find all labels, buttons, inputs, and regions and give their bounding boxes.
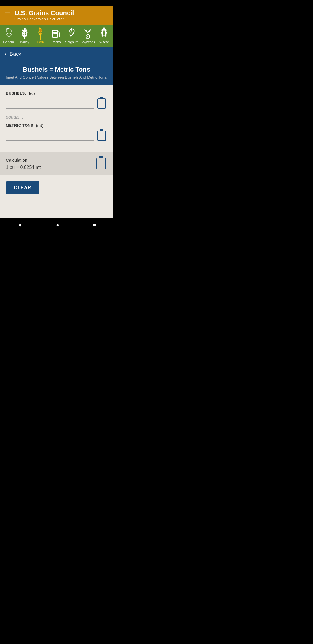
nav-item-general[interactable]: General [2, 27, 16, 44]
soybeans-icon [83, 27, 92, 40]
clipboard-icon-metric-tons [97, 131, 106, 141]
bushels-input[interactable] [6, 98, 94, 109]
svg-point-28 [70, 29, 71, 30]
equals-text: equals... [6, 115, 107, 120]
android-recent-button[interactable]: ■ [87, 219, 102, 231]
hamburger-menu-icon[interactable]: ☰ [5, 12, 10, 19]
svg-point-15 [39, 29, 40, 30]
back-chevron-icon: ‹ [5, 50, 7, 58]
svg-point-42 [103, 27, 105, 30]
svg-point-19 [41, 29, 42, 30]
nav-item-soybeans[interactable]: Soybeans [81, 27, 95, 44]
nav-item-ethanol[interactable]: Ethanol [49, 27, 63, 44]
corn-icon [37, 27, 44, 40]
calculation-section: Calculation: 1 bu = 0.0254 mt [0, 152, 113, 175]
content-area: BUSHELS: (bu) equals... METRIC TONS: (mt… [0, 85, 113, 147]
app-subtitle: Grains Conversion Calculator [14, 17, 74, 21]
nav-item-corn[interactable]: Corn [34, 27, 47, 44]
nav-item-wheat[interactable]: Wheat [97, 27, 111, 44]
nav-label-general: General [3, 40, 14, 44]
calc-value: 1 bu = 0.0254 mt [6, 165, 41, 170]
nav-bar: General Barley [0, 25, 113, 47]
clipboard-icon-bushels [97, 98, 106, 109]
bushels-clipboard-button[interactable] [96, 97, 107, 110]
nav-label-sorghum: Sorghum [65, 40, 78, 44]
general-icon [4, 27, 14, 40]
svg-point-13 [40, 31, 41, 32]
nav-label-barley: Barley [20, 40, 29, 44]
back-bar[interactable]: ‹ Back [0, 47, 113, 61]
svg-point-2 [24, 28, 26, 30]
nav-item-barley[interactable]: Barley [18, 27, 31, 44]
barley-icon [21, 27, 28, 40]
bushels-label: BUSHELS: (bu) [6, 91, 107, 95]
svg-point-38 [87, 34, 88, 35]
wheat-icon [101, 27, 108, 40]
nav-label-soybeans: Soybeans [81, 40, 95, 44]
svg-point-8 [25, 34, 28, 37]
bottom-nav: ◄ ● ■ [0, 218, 113, 232]
svg-point-39 [87, 36, 88, 37]
svg-rect-25 [59, 35, 60, 37]
clear-button[interactable]: CLEAR [6, 181, 39, 194]
svg-point-40 [87, 38, 88, 39]
nav-label-ethanol: Ethanol [51, 40, 61, 44]
android-back-button[interactable]: ◄ [11, 219, 28, 231]
metric-tons-input-group: METRIC TONS: (mt) [6, 123, 107, 142]
calc-clipboard-button[interactable] [95, 157, 107, 171]
header-text-block: U.S. Grains Council Grains Conversion Ca… [14, 9, 74, 21]
sorghum-icon [68, 27, 76, 40]
app-header: ☰ U.S. Grains Council Grains Conversion … [0, 6, 113, 25]
status-bar [0, 0, 113, 6]
svg-point-30 [69, 30, 70, 32]
nav-label-wheat: Wheat [99, 40, 109, 44]
nav-item-sorghum[interactable]: Sorghum [65, 27, 79, 44]
bottom-spacer [0, 200, 113, 218]
svg-point-48 [104, 33, 107, 37]
bushels-input-row [6, 97, 107, 110]
main-subtitle: Input And Convert Values Between Bushels… [6, 75, 107, 79]
metric-tons-input-row [6, 129, 107, 142]
svg-point-33 [70, 32, 71, 33]
svg-point-7 [22, 34, 25, 37]
svg-point-27 [71, 28, 72, 30]
svg-point-31 [71, 30, 72, 31]
clear-section: CLEAR [0, 175, 113, 200]
nav-label-corn: Corn [37, 40, 44, 44]
svg-point-34 [73, 32, 74, 33]
svg-point-11 [40, 29, 41, 30]
app-title: U.S. Grains Council [14, 9, 74, 17]
metric-tons-input[interactable] [6, 131, 94, 141]
clipboard-icon-calc [96, 158, 106, 169]
svg-point-29 [73, 29, 74, 30]
bushels-input-group: BUSHELS: (bu) [6, 91, 107, 110]
svg-point-35 [71, 31, 72, 32]
calc-text-block: Calculation: 1 bu = 0.0254 mt [6, 158, 41, 170]
svg-point-20 [41, 30, 42, 31]
android-home-button[interactable]: ● [50, 219, 65, 231]
ethanol-icon [51, 27, 61, 40]
metric-tons-label: METRIC TONS: (mt) [6, 123, 107, 128]
svg-point-47 [101, 33, 104, 37]
calc-label: Calculation: [6, 158, 41, 162]
metric-tons-clipboard-button[interactable] [96, 129, 107, 142]
title-section: Bushels = Metric Tons Input And Convert … [0, 61, 113, 85]
svg-point-32 [74, 30, 75, 32]
back-label: Back [10, 51, 21, 57]
svg-point-12 [40, 30, 41, 31]
svg-rect-24 [53, 32, 57, 34]
main-title: Bushels = Metric Tons [6, 66, 107, 73]
